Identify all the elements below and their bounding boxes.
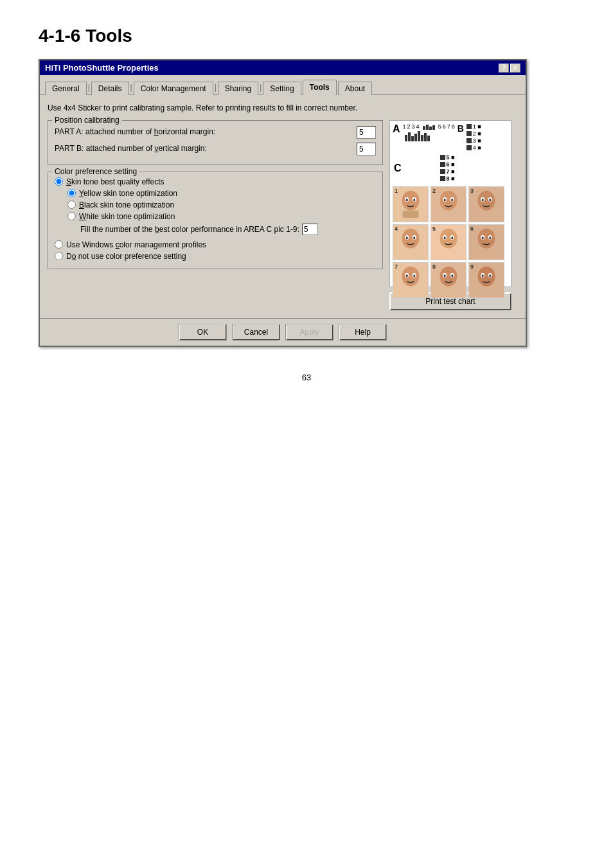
bar-3 <box>429 127 432 130</box>
big-bars <box>405 131 430 141</box>
page-number: 63 <box>39 373 574 382</box>
face-svg-5 <box>431 225 466 260</box>
bigbar-2 <box>408 132 411 141</box>
radio-white: White skin tone optimization <box>67 212 376 221</box>
svg-point-11 <box>444 199 446 201</box>
page-title: 4-1-6 Tools <box>39 26 574 46</box>
position-group-label: Position calibrating <box>52 116 122 125</box>
ok-label: OK <box>197 328 208 337</box>
svg-point-53 <box>482 274 484 277</box>
cancel-button[interactable]: Cancel <box>232 324 280 341</box>
part-a-label: PART A: attached number of horizontal ma… <box>55 127 353 137</box>
legend-1: 1 ■ <box>466 123 481 130</box>
help-button[interactable]: Help <box>339 324 387 341</box>
radio-none: Do not use color preference setting <box>55 252 376 261</box>
chart-legend-right: 5 ■ 6 ■ 7 ■ 8 ■ <box>440 154 455 182</box>
photo-grid: 1 <box>393 186 508 298</box>
radio-white-input[interactable] <box>67 212 76 220</box>
tab-general[interactable]: General <box>45 82 87 95</box>
svg-point-1 <box>402 191 420 211</box>
face-svg-8 <box>431 263 466 297</box>
tab-details[interactable]: Details <box>91 82 129 95</box>
position-calibrating-group: Position calibrating PART A: attached nu… <box>48 120 383 165</box>
svg-point-38 <box>402 267 420 287</box>
svg-point-36 <box>489 236 491 239</box>
chart-top-numbers: 1 2 3 4 5 <box>403 123 455 130</box>
radio-none-input[interactable] <box>55 252 63 260</box>
svg-point-41 <box>406 274 408 277</box>
help-titlebar-button[interactable]: ? <box>499 64 509 73</box>
radio-black-input[interactable] <box>67 200 76 209</box>
tab-sep-2: | <box>130 83 132 94</box>
tab-sharing[interactable]: Sharing <box>218 82 258 95</box>
help-label: Help <box>355 328 371 337</box>
face-svg-7 <box>393 263 428 297</box>
radio-yellow-input[interactable] <box>67 189 76 197</box>
legend-7: 7 ■ <box>440 168 455 175</box>
face-svg-4 <box>393 225 428 260</box>
tab-color-management[interactable]: Color Management <box>134 82 213 95</box>
tab-tools[interactable]: Tools <box>303 80 337 95</box>
svg-point-4 <box>406 199 408 201</box>
cancel-label: Cancel <box>244 328 268 337</box>
face-svg-2 <box>431 187 466 222</box>
face-svg-9 <box>469 263 504 297</box>
svg-rect-6 <box>402 210 418 218</box>
close-titlebar-button[interactable]: × <box>510 64 520 73</box>
bigbar-6 <box>421 135 423 141</box>
bigbar-3 <box>411 136 414 141</box>
dialog-titlebar: HiTi PhotoShuttle Properties ? × <box>40 60 526 75</box>
chart-b-letter: B <box>458 123 464 134</box>
svg-point-50 <box>478 267 495 287</box>
apply-button[interactable]: Apply <box>285 324 333 341</box>
svg-point-54 <box>489 274 491 277</box>
tab-setting[interactable]: Setting <box>263 82 301 95</box>
main-layout: Position calibrating PART A: attached nu… <box>48 120 518 310</box>
part-a-input[interactable] <box>357 126 376 139</box>
right-panel: A 1 2 3 4 <box>389 120 518 310</box>
photo-5: 5 <box>431 224 466 260</box>
face-svg-3 <box>469 187 504 222</box>
part-b-input[interactable] <box>357 143 376 155</box>
left-panel: Position calibrating PART A: attached nu… <box>48 120 383 310</box>
legend-6: 6 ■ <box>440 161 455 168</box>
photo-9: 9 <box>468 262 504 298</box>
radio-skin-tone-input[interactable] <box>55 177 63 186</box>
face-svg-6 <box>469 225 504 260</box>
tab-about[interactable]: About <box>338 82 372 95</box>
photo-4: 4 <box>393 224 429 260</box>
radio-black-label: Black skin tone optimization <box>79 200 174 209</box>
chart-numbers-section: 1 2 3 4 5 <box>403 123 455 141</box>
radio-yellow: Yellow skin tone optimization <box>67 189 376 198</box>
svg-point-30 <box>451 236 453 239</box>
face-svg-1 <box>393 187 428 222</box>
svg-point-29 <box>444 236 446 239</box>
apply-label: Apply <box>299 328 319 337</box>
part-a-row: PART A: attached number of horizontal ma… <box>55 126 376 139</box>
svg-point-35 <box>482 236 484 239</box>
part-b-row: PART B: attached number of vertical marg… <box>55 143 376 155</box>
radio-skin-tone: Skin tone best quality effects <box>55 177 376 186</box>
svg-point-44 <box>440 267 458 287</box>
intro-text: Use 4x4 Sticker to print calibrating sam… <box>48 103 518 114</box>
svg-point-42 <box>413 274 415 277</box>
fill-input[interactable] <box>302 224 318 235</box>
svg-point-12 <box>451 199 453 201</box>
svg-point-24 <box>413 236 415 239</box>
color-preference-group: Color preference setting Skin tone best … <box>48 172 383 269</box>
part-b-label: PART B: attached number of vertical marg… <box>55 144 353 154</box>
radio-skin-tone-label: Skin tone best quality effects <box>66 177 164 186</box>
chart-area: A 1 2 3 4 <box>389 120 511 287</box>
svg-point-32 <box>478 229 495 249</box>
radio-windows-label: Use Windows color management profiles <box>66 240 206 249</box>
radio-yellow-label: Yellow skin tone optimization <box>79 189 177 198</box>
bar-4 <box>432 125 435 130</box>
legend-5: 5 ■ <box>440 154 455 161</box>
ok-button[interactable]: OK <box>179 324 227 341</box>
svg-point-26 <box>440 229 458 249</box>
dialog-footer: OK Cancel Apply Help <box>40 318 526 346</box>
photo-8: 8 <box>431 262 466 298</box>
svg-point-20 <box>402 229 420 249</box>
radio-windows-input[interactable] <box>55 240 63 249</box>
svg-point-23 <box>406 236 408 239</box>
